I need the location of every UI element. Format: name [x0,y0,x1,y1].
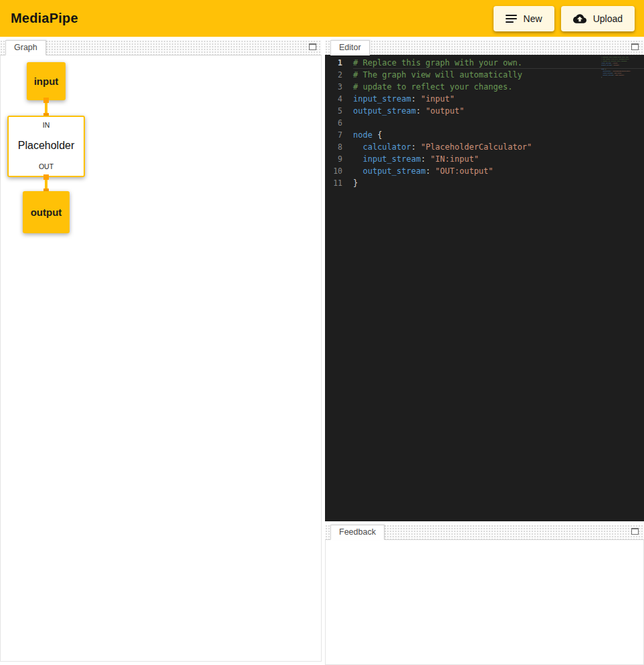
graph-node-output[interactable]: output [23,191,70,233]
tab-editor-label: Editor [339,43,361,52]
code-line[interactable]: 3# update to reflect your changes. [325,81,644,93]
upload-button[interactable]: Upload [561,6,635,31]
menu-lines-icon [506,15,517,23]
port-in-label: IN [43,121,50,129]
code-line[interactable]: 6 [325,117,644,129]
feedback-panel: Feedback [325,525,644,665]
line-number: 7 [325,129,353,141]
code-line[interactable]: 4input_stream: "input" [325,93,644,105]
line-number: 10 [325,165,353,177]
code-line[interactable]: 2# The graph view will automatically [325,69,644,81]
line-number: 5 [325,105,353,117]
tab-editor[interactable]: Editor [330,40,370,55]
new-button-label: New [524,13,542,24]
tab-graph[interactable]: Graph [5,40,46,55]
graph-node-input[interactable]: input [27,62,66,100]
code-line: } [601,76,635,78]
line-number: 8 [325,141,353,153]
feedback-panel-header: Feedback [325,525,644,539]
minimap[interactable]: # Replace this graph with your own.# The… [601,56,635,96]
edge-pin [43,174,49,180]
port-out-label: OUT [39,162,53,170]
line-number: 6 [325,117,353,129]
node-input-label: input [34,76,59,87]
node-output-label: output [31,207,62,218]
code-line[interactable]: 1# Replace this graph with your own. [325,57,644,69]
code-line[interactable]: 9 input_stream: "IN:input" [325,153,644,165]
maximize-icon[interactable] [631,43,639,50]
code-editor[interactable]: 1# Replace this graph with your own.2# T… [325,55,644,521]
code-line[interactable]: 7node { [325,129,644,141]
feedback-content [325,539,644,665]
app-title: MediaPipe [11,11,78,26]
line-number: 1 [325,57,353,69]
code-lines: 1# Replace this graph with your own.2# T… [325,57,644,189]
code-area[interactable]: 1# Replace this graph with your own.2# T… [325,55,644,521]
tab-feedback[interactable]: Feedback [330,525,385,540]
line-number: 4 [325,93,353,105]
topbar-actions: New Upload [494,6,635,31]
minimap-content: # Replace this graph with your own.# The… [601,56,635,78]
edge-input-to-placeholder [45,99,47,117]
graph-canvas[interactable]: input IN Placeholder OUT output [0,55,322,662]
code-line[interactable]: 8 calculator: "PlaceholderCalculator" [325,141,644,153]
graph-node-placeholder[interactable]: IN Placeholder OUT [7,116,85,177]
node-placeholder-label: Placeholder [18,140,75,152]
cloud-upload-icon [573,12,586,25]
code-line[interactable]: 11} [325,177,644,189]
line-number: 3 [325,81,353,93]
code-line[interactable]: 10 output_stream: "OUT:output" [325,165,644,177]
maximize-icon[interactable] [309,43,316,50]
new-button[interactable]: New [494,6,554,31]
tab-graph-label: Graph [14,43,37,52]
maximize-icon[interactable] [631,528,639,535]
code-line[interactable]: 5output_stream: "output" [325,105,644,117]
line-number: 2 [325,69,353,81]
line-number: 9 [325,153,353,165]
upload-button-label: Upload [593,13,623,24]
edge-pin [43,98,49,103]
main-layout: Graph input IN Placeholder OUT output [0,37,644,665]
editor-panel-header: Editor [325,40,644,55]
tab-feedback-label: Feedback [339,527,376,537]
graph-panel-header: Graph [0,40,322,55]
editor-panel: Editor 1# Replace this graph with your o… [325,40,644,521]
edge-placeholder-to-output [45,176,47,192]
graph-panel: Graph input IN Placeholder OUT output [0,40,322,662]
app-header: MediaPipe New Upload [0,0,644,37]
line-number: 11 [325,177,353,189]
